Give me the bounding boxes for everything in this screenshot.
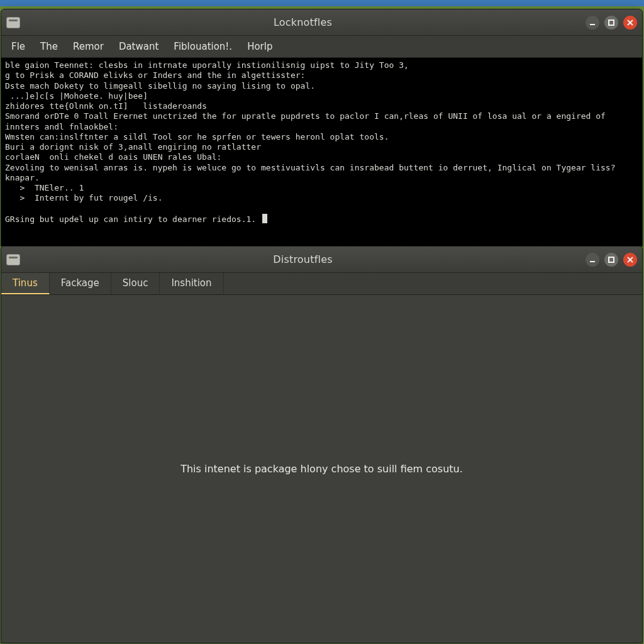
minimize-icon (589, 19, 596, 26)
maximize-button[interactable] (604, 253, 618, 267)
minimize-icon (589, 256, 596, 264)
menu-remor[interactable]: Remor (67, 38, 110, 55)
terminal-line: Buri a dorignt nisk of 3,anall engiring … (5, 142, 261, 152)
terminal-line: ble gaion Teennet: clesbs in intrnate up… (5, 60, 409, 70)
distro-window: Distroutfles Tinus Fackage Slouc Inshiti… (1, 246, 643, 643)
distro-title: Distroutfles (25, 253, 580, 265)
menu-help[interactable]: Horlp (241, 38, 279, 55)
close-button[interactable] (623, 16, 637, 30)
terminal-menubar: Fle The Remor Datwant Fiblouation!. Horl… (1, 36, 642, 58)
svg-rect-5 (609, 257, 614, 262)
empty-state-message: This intenet is package hlony chose to s… (180, 463, 463, 475)
maximize-icon (608, 19, 615, 26)
terminal-app-icon (6, 17, 20, 28)
minimize-button[interactable] (586, 253, 599, 267)
terminal-cursor (262, 214, 267, 223)
distro-titlebar[interactable]: Distroutfles (1, 247, 642, 273)
close-icon (626, 19, 634, 26)
menu-the[interactable]: The (34, 38, 64, 55)
maximize-button[interactable] (604, 16, 618, 30)
terminal-titlebar[interactable]: Locknotfles (1, 9, 642, 36)
terminal-line: knapar. (5, 173, 40, 182)
terminal-output[interactable]: ble gaion Teennet: clesbs in intrnate up… (1, 58, 642, 246)
maximize-icon (608, 256, 615, 264)
distro-content: This intenet is package hlony chose to s… (1, 295, 642, 643)
tab-slouc[interactable]: Slouc (111, 273, 160, 294)
tab-inshition[interactable]: Inshition (160, 273, 223, 294)
terminal-line: corlaeN onli chekel d oais UNEN rales Ub… (5, 152, 221, 162)
terminal-line: ...]e]c[s |Mohoete. huy|bee] (5, 91, 148, 101)
terminal-line: Dste mach Dokety to limgeall sibellig no… (5, 81, 315, 91)
terminal-line: Zevoling to wenisal anras is. nypeh is w… (5, 163, 616, 172)
close-button[interactable] (623, 253, 637, 267)
terminal-line: g to Prisk a CORAND elivks or Inders and… (5, 70, 305, 80)
close-icon (626, 256, 634, 264)
terminal-line: zhidores tte{Olnnk on.tI] listaderoands (5, 101, 207, 111)
menu-datwant[interactable]: Datwant (113, 38, 165, 55)
terminal-line: > Internt by fut rougel /is. (5, 193, 162, 203)
menu-fiblou[interactable]: Fiblouation!. (167, 38, 238, 55)
svg-rect-1 (609, 20, 614, 25)
menu-file[interactable]: Fle (5, 38, 31, 55)
terminal-line: Wmsten can:inslftnter a sildl Tool sor h… (5, 132, 389, 142)
minimize-button[interactable] (586, 16, 599, 30)
distro-tabbar: Tinus Fackage Slouc Inshition (1, 273, 642, 295)
tab-tinus[interactable]: Tinus (1, 273, 50, 294)
terminal-title: Locknotfles (25, 16, 580, 28)
terminal-line: Smorand orDTe 0 Toall Erernet unctrized … (5, 111, 606, 121)
terminal-line: GRsing but updel up can intiry to dearne… (5, 214, 261, 224)
terminal-window: Locknotfles Fle The Remor Datwant Fiblou… (1, 9, 643, 247)
terminal-line: > TNEler.. 1 (5, 183, 84, 192)
terminal-line: innters andl fnlaokbel: (5, 122, 118, 131)
distro-app-icon (6, 254, 20, 265)
tab-fackage[interactable]: Fackage (50, 273, 111, 294)
